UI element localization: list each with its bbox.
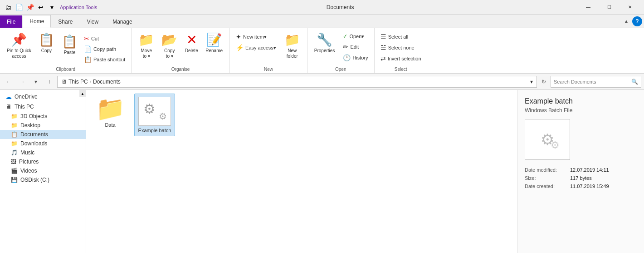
tab-file[interactable]: File xyxy=(0,15,22,28)
sidebar-item-desktop[interactable]: 📁 Desktop xyxy=(0,121,86,130)
address-bar: ← → ▾ ↑ 🖥 This PC › Documents ▾ ↻ 🔍 xyxy=(0,74,644,90)
search-icon[interactable]: 🔍 xyxy=(631,79,638,85)
computer-icon: 🖥 xyxy=(61,79,67,85)
paste-shortcut-button[interactable]: 📋 Paste shortcut xyxy=(82,55,127,64)
3d-objects-icon: 📁 xyxy=(11,113,18,119)
window-controls: — ☐ ✕ xyxy=(578,0,640,15)
this-pc-label: This PC xyxy=(15,104,34,110)
downloads-label: Downloads xyxy=(20,140,47,147)
tab-view[interactable]: View xyxy=(80,15,105,28)
sidebar-item-onedrive[interactable]: ☁ OneDrive xyxy=(0,92,86,102)
move-to-icon: 📁 xyxy=(138,32,154,47)
sidebar-item-3d-objects[interactable]: 📁 3D Objects xyxy=(0,112,86,121)
new-group-content: ✦ New item ▾ ⚡ Easy access ▾ 📁 Newfolder xyxy=(234,30,303,67)
easy-access-button[interactable]: ⚡ Easy access ▾ xyxy=(234,43,278,53)
sidebar: ▲ ☁ OneDrive 🖥 This PC 📁 3D Objects 📁 De… xyxy=(0,90,86,253)
new-item-button[interactable]: ✦ New item ▾ xyxy=(234,32,278,42)
sidebar-item-osdisk[interactable]: 💾 OSDisk (C:) xyxy=(0,175,86,184)
size-value: 117 bytes xyxy=(570,175,592,181)
up-button[interactable]: ↑ xyxy=(44,76,55,88)
dropdown-icon[interactable]: ▾ xyxy=(47,3,56,12)
tab-share[interactable]: Share xyxy=(51,15,79,28)
select-none-button[interactable]: ☱ Select none xyxy=(378,43,424,53)
copy-label: Copy xyxy=(41,48,52,53)
rename-icon: 📝 xyxy=(206,32,222,47)
sidebar-item-this-pc[interactable]: 🖥 This PC xyxy=(0,102,86,112)
paste-button[interactable]: 📋 Paste xyxy=(59,32,81,64)
breadcrumb: This PC › Documents xyxy=(68,79,121,85)
rename-button[interactable]: 📝 Rename xyxy=(202,30,226,63)
copy-path-button[interactable]: 📄 Copy path xyxy=(82,44,127,54)
file-item-example-batch[interactable]: ⚙ ⚙ Example batch xyxy=(134,94,175,136)
sidebar-scrollbar: ▲ xyxy=(79,90,86,253)
file-area[interactable]: 📁 Data ⚙ ⚙ Example batch xyxy=(86,90,517,253)
move-to-label: Moveto ▾ xyxy=(141,48,152,59)
delete-button[interactable]: ✕ Delete xyxy=(181,30,201,63)
data-folder-name: Data xyxy=(105,122,115,128)
invert-selection-button[interactable]: ⇄ Invert selection xyxy=(378,54,424,64)
copy-to-button[interactable]: 📂 Copyto ▾ xyxy=(158,30,181,63)
file-item-data[interactable]: 📁 Data xyxy=(90,94,131,136)
osdisk-icon: 💾 xyxy=(11,177,18,183)
open-checkmark-icon: ✓ xyxy=(343,33,347,40)
documents-icon: 📋 xyxy=(11,131,18,138)
open-label: Open xyxy=(311,67,371,73)
breadcrumb-documents[interactable]: Documents xyxy=(93,79,121,85)
properties-button[interactable]: 🔧 Properties xyxy=(311,30,338,63)
date-modified-value: 12.07.2019 14:11 xyxy=(570,167,609,173)
edit-button[interactable]: ✏ Edit xyxy=(341,42,370,52)
date-created-label: Date created: xyxy=(525,184,570,189)
size-label: Size: xyxy=(525,175,570,181)
close-button[interactable]: ✕ xyxy=(620,0,640,15)
tab-home[interactable]: Home xyxy=(23,15,51,28)
minimize-button[interactable]: — xyxy=(578,0,599,15)
breadcrumb-this-pc[interactable]: This PC xyxy=(68,79,88,85)
organise-group: 📁 Moveto ▾ 📂 Copyto ▾ ✕ Delete 📝 Rename … xyxy=(132,28,230,73)
address-box[interactable]: 🖥 This PC › Documents ▾ xyxy=(57,76,537,88)
recent-locations-button[interactable]: ▾ xyxy=(30,76,42,88)
search-input[interactable] xyxy=(554,79,629,84)
sidebar-item-music[interactable]: 🎵 Music xyxy=(0,148,86,157)
sidebar-item-pictures[interactable]: 🖼 Pictures xyxy=(0,157,86,166)
back-button[interactable]: ← xyxy=(3,76,15,88)
3d-objects-label: 3D Objects xyxy=(20,113,47,119)
open-button[interactable]: ✓ Open ▾ xyxy=(341,32,370,41)
app-icon-2[interactable]: 📄 xyxy=(15,3,24,12)
scroll-up-button[interactable]: ▲ xyxy=(79,90,86,97)
new-folder-button[interactable]: 📁 Newfolder xyxy=(281,30,303,63)
history-icon: 🕐 xyxy=(343,54,351,61)
move-to-button[interactable]: 📁 Moveto ▾ xyxy=(135,30,157,63)
detail-date-modified-row: Date modified: 12.07.2019 14:11 xyxy=(525,167,637,173)
undo-icon[interactable]: ↩ xyxy=(36,3,45,12)
clipboard-small-buttons: ✂ Cut 📄 Copy path 📋 Paste shortcut xyxy=(82,32,127,64)
copy-button[interactable]: 📋 Copy xyxy=(35,30,58,63)
app-icon-3[interactable]: 📌 xyxy=(25,3,34,12)
cut-button[interactable]: ✂ Cut xyxy=(82,34,127,44)
delete-icon: ✕ xyxy=(186,32,197,47)
data-folder-icon: 📁 xyxy=(96,97,125,120)
refresh-button[interactable]: ↻ xyxy=(539,77,549,87)
address-dropdown-icon[interactable]: ▾ xyxy=(530,79,533,85)
sidebar-item-downloads[interactable]: 📁 Downloads xyxy=(0,139,86,148)
downloads-icon: 📁 xyxy=(11,140,18,147)
pin-to-quick-access-button[interactable]: 📌 Pin to Quickaccess xyxy=(4,30,34,63)
this-pc-icon: 🖥 xyxy=(5,103,12,110)
select-group-content: ☰ Select all ☱ Select none ⇄ Invert sele… xyxy=(378,30,424,67)
detail-title: Example batch xyxy=(525,97,637,105)
sidebar-item-documents[interactable]: 📋 Documents xyxy=(0,130,86,139)
select-all-button[interactable]: ☰ Select all xyxy=(378,32,424,42)
tab-manage[interactable]: Manage xyxy=(106,15,139,28)
music-label: Music xyxy=(20,149,34,156)
forward-button[interactable]: → xyxy=(16,76,28,88)
sidebar-item-videos[interactable]: 🎬 Videos xyxy=(0,166,86,175)
search-box[interactable]: 🔍 xyxy=(551,76,641,88)
new-label: New xyxy=(234,67,303,73)
gear-large-icon: ⚙ xyxy=(143,101,156,117)
copy-path-icon: 📄 xyxy=(84,45,92,53)
collapse-ribbon-button[interactable]: ▲ xyxy=(621,16,631,26)
history-button[interactable]: 🕐 History xyxy=(341,53,370,63)
app-icon-1[interactable]: 🗂 xyxy=(4,3,13,12)
help-button[interactable]: ? xyxy=(632,16,642,26)
copy-to-icon: 📂 xyxy=(161,32,177,47)
maximize-button[interactable]: ☐ xyxy=(599,0,620,15)
